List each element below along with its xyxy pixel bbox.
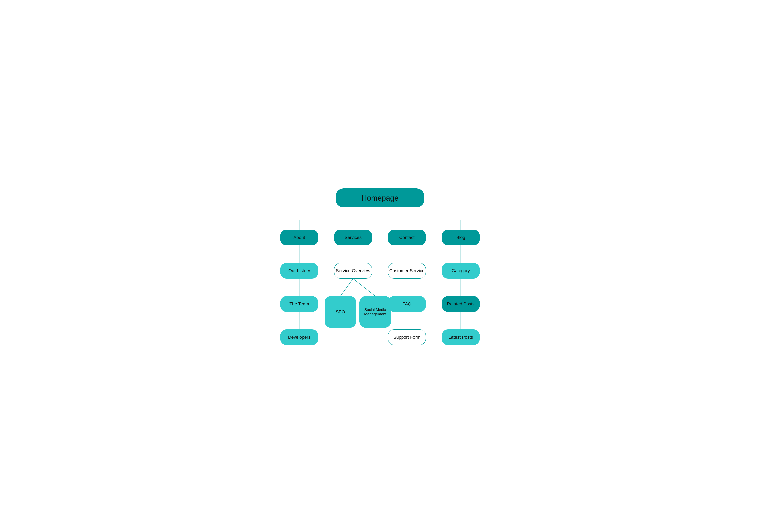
support-form-node: Support Form xyxy=(388,329,426,345)
related-posts-node: Related Posts xyxy=(442,296,480,312)
social-media-node: Social Media Management xyxy=(359,296,391,328)
site-map-diagram: Homepage About Services Contact Blog Our… xyxy=(277,179,483,353)
svg-line-11 xyxy=(353,279,375,296)
service-overview-node: Service Overview xyxy=(334,263,372,279)
our-history-node: Our history xyxy=(280,263,318,279)
developers-node: Developers xyxy=(280,329,318,345)
customer-service-node: Customer Service xyxy=(388,263,426,279)
services-node: Services xyxy=(334,229,372,245)
homepage-node: Homepage xyxy=(336,188,424,208)
about-node: About xyxy=(280,229,318,245)
seo-node: SEO xyxy=(325,296,356,328)
the-team-node: The Team xyxy=(280,296,318,312)
faq-node: FAQ xyxy=(388,296,426,312)
latest-posts-node: Latest Posts xyxy=(442,329,480,345)
svg-line-10 xyxy=(340,279,353,296)
category-node: Gategory xyxy=(442,263,480,279)
contact-node: Contact xyxy=(388,229,426,245)
blog-node: Blog xyxy=(442,229,480,245)
